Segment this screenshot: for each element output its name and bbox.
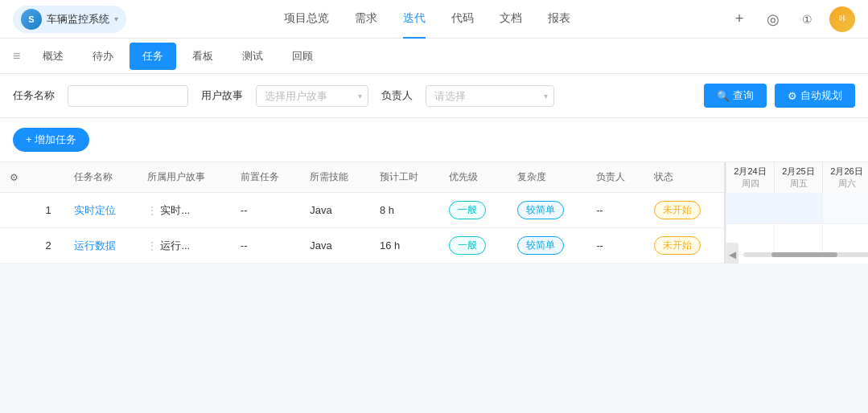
gantt-weekday-1: 周五 <box>778 178 819 190</box>
nav-item-overview[interactable]: 项目总览 <box>284 0 329 39</box>
row-pre-task-2: -- <box>231 228 301 264</box>
sub-nav-review[interactable]: 回顾 <box>279 43 326 70</box>
filter-bar: 任务名称 用户故事 选择用户故事 ▾ 负责人 请选择 ▾ 🔍 查询 ⚙ 自动规划 <box>0 74 868 118</box>
project-logo-icon: S <box>21 9 42 30</box>
gantt-date-1: 2月25日 <box>778 166 819 178</box>
sub-nav-task[interactable]: 任务 <box>130 43 176 70</box>
gantt-weekday-0: 周四 <box>730 178 771 190</box>
sub-nav-todo[interactable]: 待办 <box>80 43 126 70</box>
gantt-date-2: 2月26日 <box>826 166 867 178</box>
row-settings-cell <box>0 193 32 228</box>
query-button-label: 查询 <box>733 88 754 103</box>
th-num <box>32 162 64 193</box>
sub-nav-expand-icon[interactable]: ≡ <box>13 49 20 63</box>
row-settings-cell-2 <box>0 228 32 264</box>
sub-nav-test[interactable]: 测试 <box>229 43 276 70</box>
gantt-date-0: 2月24日 <box>730 166 771 178</box>
add-task-bar: + 增加任务 <box>0 118 868 162</box>
row-status-1: 未开始 <box>644 193 724 228</box>
complexity-badge-1: 较简单 <box>517 201 564 219</box>
gantt-row-1 <box>726 193 869 223</box>
filter-actions: 🔍 查询 ⚙ 自动规划 <box>704 84 855 108</box>
row-user-story-1: ⋮ 实时... <box>138 193 230 228</box>
assignee-label: 负责人 <box>381 88 413 103</box>
main-nav-items: 项目总览 需求 迭代 代码 文档 报表 <box>146 0 709 39</box>
status-badge-2: 未开始 <box>654 236 701 255</box>
task-table: ⚙ 任务名称 所属用户故事 前置任务 所需技能 <box>0 162 724 264</box>
nav-item-docs[interactable]: 文档 <box>500 0 522 39</box>
gantt-cell-1-1 <box>775 193 823 223</box>
add-icon-button[interactable]: + <box>728 8 751 31</box>
th-assignee: 负责人 <box>586 162 644 193</box>
nav-item-iteration[interactable]: 迭代 <box>403 0 426 39</box>
gantt-section: 2月24日 周四 2月25日 周五 2月26日 周六 2月27日 <box>724 162 868 264</box>
assignee-select[interactable]: 请选择 <box>426 85 554 107</box>
alert-icon-button[interactable]: ① <box>796 8 818 31</box>
th-task-name: 任务名称 <box>64 162 138 193</box>
status-badge-1: 未开始 <box>654 201 701 219</box>
table-row: 2 运行数据 ⋮ 运行... -- Java <box>0 228 724 264</box>
task-name-input[interactable] <box>68 85 188 107</box>
gantt-scroll-left-button[interactable]: ◀ <box>726 243 738 264</box>
row-task-name-2[interactable]: 运行数据 <box>64 228 138 264</box>
table-row: 1 实时定位 ⋮ 实时... -- Java <box>0 193 724 228</box>
left-table-section: ⚙ 任务名称 所属用户故事 前置任务 所需技能 <box>0 162 724 264</box>
row-num-2: 2 <box>32 228 64 264</box>
avatar-text: 咔 <box>839 14 846 24</box>
task-name-label: 任务名称 <box>13 88 55 103</box>
project-dropdown-arrow: ▾ <box>114 14 118 23</box>
user-story-drag-icon-2: ⋮ <box>147 240 157 251</box>
th-pre-task: 前置任务 <box>231 162 301 193</box>
gantt-cell-2-2 <box>823 223 869 254</box>
auto-plan-button[interactable]: ⚙ 自动规划 <box>775 84 855 108</box>
gantt-weekday-2: 周六 <box>826 178 867 190</box>
row-estimated-time-1: 8 h <box>370 193 440 228</box>
sub-nav-overview[interactable]: 概述 <box>30 43 76 70</box>
nav-item-requirements[interactable]: 需求 <box>355 0 377 39</box>
nav-item-code[interactable]: 代码 <box>451 0 474 39</box>
gantt-day-header-1: 2月25日 周五 <box>775 162 823 193</box>
row-user-story-2: ⋮ 运行... <box>138 228 230 264</box>
th-settings[interactable]: ⚙ <box>0 162 32 193</box>
search-icon: 🔍 <box>717 90 730 102</box>
gantt-cell-1-2 <box>823 193 869 223</box>
settings-gear-icon: ⚙ <box>10 172 19 183</box>
nav-item-reports[interactable]: 报表 <box>548 0 570 39</box>
task-link-1[interactable]: 实时定位 <box>74 204 116 216</box>
add-task-button[interactable]: + 增加任务 <box>13 128 89 152</box>
row-skill-2: Java <box>300 228 370 264</box>
user-story-label: 用户故事 <box>201 88 243 103</box>
table-container: ⚙ 任务名称 所属用户故事 前置任务 所需技能 <box>0 162 868 264</box>
gantt-cell-2-1 <box>775 223 823 254</box>
gantt-scroll-controls: ◀ ▶ <box>726 252 868 257</box>
gantt-row-2 <box>726 223 869 254</box>
th-priority: 优先级 <box>439 162 507 193</box>
project-selector[interactable]: S 车辆监控系统 ▾ <box>13 6 126 33</box>
user-story-select[interactable]: 选择用户故事 <box>256 85 368 107</box>
target-icon-button[interactable]: ◎ <box>762 8 784 31</box>
sub-nav-kanban[interactable]: 看板 <box>179 43 226 70</box>
query-button[interactable]: 🔍 查询 <box>704 84 767 108</box>
add-task-button-label: + 增加任务 <box>26 133 76 147</box>
row-skill-1: Java <box>300 193 370 228</box>
user-story-select-wrap: 选择用户故事 ▾ <box>256 85 368 107</box>
th-skill: 所需技能 <box>300 162 370 193</box>
gantt-scrollbar[interactable] <box>743 252 868 257</box>
task-link-2[interactable]: 运行数据 <box>74 239 116 251</box>
sub-navigation: ≡ 概述 待办 任务 看板 测试 回顾 <box>0 39 868 74</box>
row-task-name-1[interactable]: 实时定位 <box>64 193 138 228</box>
complexity-badge-2: 较简单 <box>517 236 564 255</box>
gantt-scrollbar-thumb <box>771 252 837 257</box>
row-complexity-2: 较简单 <box>508 228 587 264</box>
priority-badge-1: 一般 <box>449 201 486 219</box>
gantt-table: 2月24日 周四 2月25日 周五 2月26日 周六 2月27日 <box>726 162 868 255</box>
priority-badge-2: 一般 <box>449 236 486 255</box>
user-avatar[interactable]: 咔 <box>829 6 855 32</box>
gantt-day-header-2: 2月26日 周六 <box>823 162 869 193</box>
row-status-2: 未开始 <box>644 228 724 264</box>
nav-right-actions: + ◎ ① 咔 <box>728 6 855 32</box>
row-assignee-1: -- <box>586 193 644 228</box>
auto-plan-icon: ⚙ <box>788 90 797 102</box>
project-name: 车辆监控系统 <box>47 12 109 27</box>
user-story-drag-icon: ⋮ <box>147 205 157 216</box>
